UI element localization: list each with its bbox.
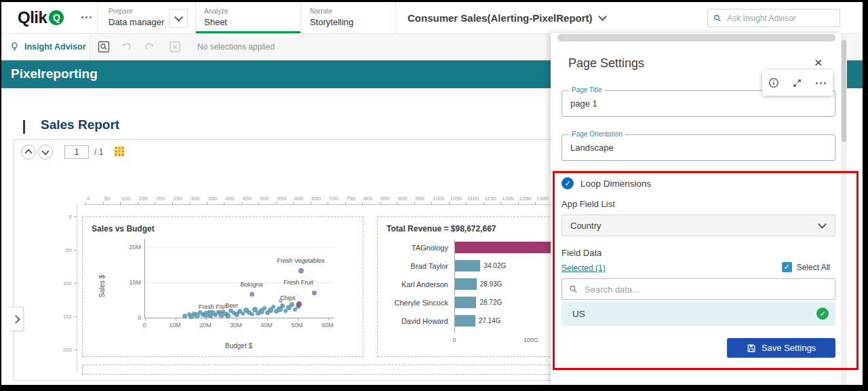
app-title-menu[interactable]: Consumer Sales(Alerting-PixelReport) bbox=[408, 2, 606, 33]
selected-count-link[interactable]: Selected (1) bbox=[561, 263, 606, 273]
y-tick-label: 20M bbox=[122, 244, 141, 250]
field-value-label: US bbox=[572, 309, 585, 319]
more-menu-icon[interactable] bbox=[80, 16, 92, 18]
bar-category-label: Karl Anderson bbox=[378, 280, 454, 288]
ruler-tick bbox=[85, 202, 86, 204]
scatter-chart[interactable]: Sales vs Budget Sales $ Budget $ Fresh V… bbox=[82, 217, 363, 357]
expand-icon[interactable] bbox=[789, 74, 806, 92]
ruler-tick bbox=[120, 202, 121, 204]
axis-tick bbox=[328, 318, 329, 320]
ruler-tick bbox=[362, 202, 363, 204]
ruler-tick-label: 350 bbox=[208, 196, 217, 202]
x-axis-label: Budget $ bbox=[191, 342, 286, 350]
y-tick-label: 0 bbox=[122, 314, 141, 321]
scatter-point bbox=[271, 305, 275, 309]
ruler-tick-label: 900 bbox=[398, 196, 407, 202]
prepare-dropdown-button[interactable] bbox=[169, 9, 188, 28]
nav-analyze-sheet[interactable]: Analyze Sheet bbox=[204, 7, 229, 27]
clear-selections-icon bbox=[169, 41, 181, 53]
ruler-tick-label: 850 bbox=[381, 196, 390, 202]
ruler-tick bbox=[449, 202, 450, 204]
more-options-icon[interactable] bbox=[812, 74, 830, 92]
axis-tick bbox=[176, 318, 176, 320]
page-orientation-field[interactable]: Page Orientation Landscape bbox=[561, 134, 835, 161]
back-button[interactable] bbox=[20, 120, 31, 131]
divider bbox=[300, 2, 301, 33]
clear-selections-button[interactable] bbox=[166, 38, 183, 55]
axis-tick bbox=[267, 318, 268, 320]
ruler-tick bbox=[380, 202, 380, 204]
select-all-control: ✓ Select All bbox=[782, 262, 830, 272]
nav-eyebrow: Analyze bbox=[204, 7, 229, 15]
close-icon[interactable]: × bbox=[811, 55, 826, 70]
ruler-tick bbox=[535, 202, 536, 204]
ruler-tick-label: 100 bbox=[63, 280, 72, 286]
nav-narrate-storytelling[interactable]: Narrate Storytelling bbox=[310, 7, 353, 27]
chevron-down-icon bbox=[174, 13, 183, 22]
field-data-search[interactable] bbox=[561, 278, 835, 300]
ruler-tick-label: 400 bbox=[225, 196, 234, 202]
ruler-tick-label: 950 bbox=[416, 196, 425, 202]
panel-scrollbar[interactable] bbox=[841, 33, 847, 385]
scatter-point bbox=[298, 268, 304, 274]
page-up-button[interactable] bbox=[21, 145, 36, 160]
step-back-button[interactable] bbox=[118, 38, 135, 55]
qlik-logo-icon: Q bbox=[49, 10, 64, 25]
ruler-tick-label: 1200 bbox=[502, 196, 514, 202]
bar-value-label: 27.14G bbox=[479, 317, 501, 324]
selections-tool-button[interactable] bbox=[95, 38, 112, 55]
insight-advisor-button[interactable]: Insight Advisor bbox=[1, 33, 90, 60]
insight-advisor-search[interactable] bbox=[707, 9, 840, 27]
bar bbox=[454, 315, 475, 327]
ruler-tick bbox=[74, 316, 77, 317]
field-data-search-input[interactable] bbox=[583, 284, 828, 295]
object-context-toolbar bbox=[762, 70, 833, 96]
ruler-tick-label: 650 bbox=[312, 196, 321, 202]
bar-value-label: 34.02G bbox=[484, 262, 506, 269]
ruler-tick-label: 1100 bbox=[467, 196, 479, 202]
app-window: Qlik Q Prepare Data manager Analyze Shee… bbox=[0, 0, 868, 391]
qlik-logo[interactable]: Qlik Q bbox=[18, 8, 64, 27]
loop-dimensions-checkbox[interactable]: ✓ bbox=[561, 177, 574, 189]
nav-eyebrow: Narrate bbox=[310, 7, 353, 15]
nav-prepare-data-manager[interactable]: Prepare Data manager bbox=[108, 7, 164, 27]
thumbnail-grid-icon[interactable] bbox=[115, 147, 124, 156]
chevron-right-icon bbox=[12, 315, 20, 324]
insight-advisor-label: Insight Advisor bbox=[24, 42, 86, 52]
field-data-label: Field Data bbox=[561, 248, 601, 258]
step-forward-button[interactable] bbox=[140, 38, 157, 55]
save-icon bbox=[747, 343, 756, 353]
select-all-checkbox[interactable]: ✓ bbox=[782, 262, 792, 272]
loop-dimensions-label: Loop Dimensions bbox=[580, 179, 651, 189]
x-tick-label: 50M bbox=[291, 322, 303, 329]
ruler-tick-label: 200 bbox=[156, 196, 165, 202]
page-orientation-field-value: Landscape bbox=[562, 135, 835, 160]
info-icon[interactable] bbox=[765, 74, 783, 92]
ruler-tick-label: 150 bbox=[63, 314, 72, 320]
save-settings-button[interactable]: Save Settings bbox=[727, 338, 835, 358]
ruler-tick bbox=[74, 217, 77, 217]
scatter-point bbox=[182, 314, 187, 318]
panel-expander-button[interactable] bbox=[9, 307, 24, 331]
frame-edge bbox=[0, 385, 868, 391]
scrollbar-thumb[interactable] bbox=[842, 40, 846, 142]
page-number-input[interactable] bbox=[64, 145, 89, 159]
app-title: Consumer Sales(Alerting-PixelReport) bbox=[408, 12, 593, 24]
search-icon bbox=[713, 14, 722, 23]
app-field-dropdown[interactable]: Country bbox=[561, 215, 835, 236]
ruler-tick bbox=[397, 202, 397, 204]
ruler-tick-label: 500 bbox=[260, 196, 269, 202]
ruler-tick-label: 1300 bbox=[536, 196, 549, 202]
ruler-tick bbox=[138, 202, 138, 204]
bar-axis-line bbox=[454, 240, 455, 333]
nav-label: Data manager bbox=[108, 17, 164, 27]
field-value-item[interactable]: US ✓ bbox=[561, 301, 835, 326]
ruler-tick-label: 150 bbox=[139, 196, 148, 202]
ruler-tick-label: 1050 bbox=[450, 196, 462, 202]
active-tab-indicator bbox=[196, 31, 300, 33]
panel-drag-handle[interactable] bbox=[557, 34, 835, 41]
qlik-logo-text: Qlik bbox=[18, 8, 47, 27]
search-input[interactable] bbox=[726, 13, 834, 24]
chevron-up-icon bbox=[24, 149, 32, 156]
page-down-button[interactable] bbox=[38, 145, 53, 160]
